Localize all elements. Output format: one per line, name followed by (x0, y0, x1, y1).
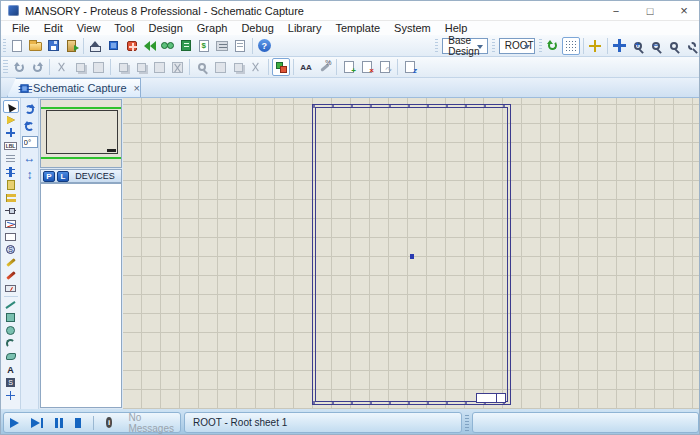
menu-graph[interactable]: Graph (190, 21, 235, 35)
2d-symbol-mode[interactable] (3, 376, 19, 389)
toolbar-grip[interactable] (3, 39, 6, 53)
bus-mode[interactable] (3, 165, 19, 178)
sheet-combo[interactable]: ROOT (499, 38, 535, 54)
library-manager-button[interactable]: L (57, 171, 69, 182)
menu-tool[interactable]: Tool (107, 21, 141, 35)
2d-marker-mode[interactable] (3, 389, 19, 402)
netlist-icon[interactable] (401, 58, 419, 76)
bill-of-materials-icon[interactable] (195, 37, 213, 55)
rotate-anticlockwise-icon[interactable] (22, 119, 38, 133)
menu-edit[interactable]: Edit (37, 21, 70, 35)
open-design-icon[interactable] (26, 37, 44, 55)
generator-mode[interactable] (3, 243, 19, 256)
block-move-icon[interactable] (132, 58, 150, 76)
2d-text-mode[interactable] (3, 363, 19, 376)
subcircuit-mode[interactable] (3, 178, 19, 191)
tab-schematic-capture[interactable]: Schematic Capture × (7, 78, 141, 97)
zoom-out-icon[interactable] (647, 37, 665, 55)
2d-box-mode[interactable] (3, 311, 19, 324)
cut-icon[interactable] (53, 58, 71, 76)
2d-circle-mode[interactable] (3, 324, 19, 337)
step-button[interactable] (31, 418, 43, 428)
redo-icon[interactable] (28, 58, 46, 76)
make-device-icon[interactable] (211, 58, 229, 76)
wire-label-mode[interactable] (3, 139, 19, 152)
design-style-combo[interactable]: Base Design (442, 38, 487, 54)
selection-mode[interactable] (3, 100, 19, 113)
devices-list[interactable] (40, 183, 122, 408)
junction-dot-mode[interactable] (3, 126, 19, 139)
tape-recorder-mode[interactable] (3, 230, 19, 243)
menu-library[interactable]: Library (281, 21, 329, 35)
toolbar-grip[interactable] (539, 39, 542, 53)
current-probe-mode[interactable] (3, 269, 19, 282)
grid-toggle-icon[interactable] (562, 37, 580, 55)
menu-system[interactable]: System (387, 21, 438, 35)
menu-template[interactable]: Template (328, 21, 387, 35)
menu-debug[interactable]: Debug (234, 21, 280, 35)
property-assignment-icon[interactable] (315, 58, 333, 76)
play-button[interactable] (10, 418, 19, 428)
remove-sheet-icon[interactable] (358, 58, 376, 76)
rotation-angle-field[interactable] (22, 136, 38, 148)
3d-visualizer-icon[interactable] (159, 37, 177, 55)
new-sheet-icon[interactable] (340, 58, 358, 76)
pick-devices-button[interactable]: P (43, 171, 55, 182)
wire-autorouter-icon[interactable] (272, 58, 290, 76)
voltage-probe-mode[interactable] (3, 256, 19, 269)
zoom-area-icon[interactable] (683, 37, 700, 55)
2d-path-mode[interactable] (3, 350, 19, 363)
2d-arc-mode[interactable] (3, 337, 19, 350)
copy-icon[interactable] (71, 58, 89, 76)
pcb-layout-icon[interactable] (123, 37, 141, 55)
decompose-icon[interactable] (247, 58, 265, 76)
pick-parts-icon[interactable] (193, 58, 211, 76)
menu-file[interactable]: File (5, 21, 37, 35)
minimize-button[interactable]: − (599, 1, 633, 20)
menu-help[interactable]: Help (438, 21, 475, 35)
design-explorer-icon[interactable] (177, 37, 195, 55)
terminal-mode[interactable] (3, 191, 19, 204)
component-mode[interactable] (3, 113, 19, 126)
maximize-button[interactable]: □ (633, 1, 667, 20)
2d-line-mode[interactable] (3, 298, 19, 311)
project-notes-icon[interactable] (231, 37, 249, 55)
simulation-report-icon[interactable] (213, 37, 231, 55)
graph-mode[interactable] (3, 217, 19, 230)
zoom-all-icon[interactable] (665, 37, 683, 55)
mirror-horizontal-icon[interactable]: ↔ (22, 151, 38, 165)
menu-view[interactable]: View (70, 21, 108, 35)
import-design-icon[interactable] (62, 37, 80, 55)
new-design-icon[interactable] (8, 37, 26, 55)
schematic-canvas[interactable] (123, 98, 700, 409)
menu-design[interactable]: Design (142, 21, 190, 35)
mirror-vertical-icon[interactable]: ↕ (22, 168, 38, 182)
toolbar-grip[interactable] (3, 60, 8, 74)
help-icon[interactable] (255, 37, 273, 55)
toolbar-grip[interactable] (492, 39, 495, 53)
home-page-icon[interactable] (87, 37, 105, 55)
toolbar-grip[interactable] (435, 39, 438, 53)
stop-button[interactable] (75, 418, 81, 428)
origin-icon[interactable] (586, 37, 604, 55)
block-rotate-icon[interactable] (150, 58, 168, 76)
packaging-tool-icon[interactable] (229, 58, 247, 76)
block-delete-icon[interactable] (168, 58, 186, 76)
text-script-mode[interactable] (3, 152, 19, 165)
sheet-overview-minimap[interactable] (40, 99, 122, 168)
redraw-icon[interactable] (544, 37, 562, 55)
paste-icon[interactable] (89, 58, 107, 76)
pan-icon[interactable] (611, 37, 629, 55)
search-tag-icon[interactable] (297, 58, 315, 76)
block-copy-icon[interactable] (114, 58, 132, 76)
gerber-viewer-icon[interactable] (141, 37, 159, 55)
save-design-icon[interactable] (44, 37, 62, 55)
goto-sheet-icon[interactable] (376, 58, 394, 76)
close-button[interactable]: × (667, 1, 700, 20)
device-pin-mode[interactable] (3, 204, 19, 217)
rotate-clockwise-icon[interactable] (22, 102, 38, 116)
tab-close-icon[interactable]: × (134, 82, 140, 94)
statusbar-drag-handle[interactable] (465, 415, 469, 431)
undo-icon[interactable] (10, 58, 28, 76)
zoom-in-icon[interactable] (629, 37, 647, 55)
